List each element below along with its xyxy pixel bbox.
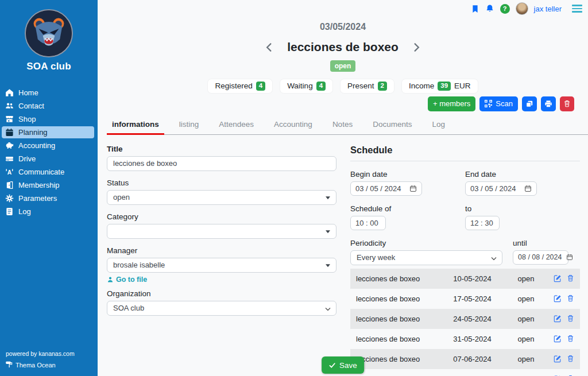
print-button[interactable] [541, 96, 556, 111]
sidebar-item-communicate[interactable]: A Communicate [2, 166, 94, 178]
stat-registered[interactable]: Registered 4 [208, 79, 272, 93]
sidebar-item-accounting[interactable]: Accounting [2, 139, 94, 152]
tab-attendees[interactable]: Attendees [214, 116, 259, 135]
manager-select[interactable]: brosale isabelle [107, 258, 336, 273]
occurrence-status: open [505, 274, 547, 283]
menu-icon[interactable] [572, 5, 582, 13]
stat-income[interactable]: Income 39 EUR [402, 79, 478, 93]
tab-bar: informations listing Attendees Accountin… [107, 116, 588, 135]
chevron-right-icon[interactable] [411, 42, 422, 53]
begin-date-value: 03 / 05 / 2024 [355, 184, 401, 193]
log-icon [5, 207, 14, 216]
theme-name: Thema Ocean [16, 362, 56, 369]
stat-label: Present [347, 82, 374, 90]
stat-waiting[interactable]: Waiting 4 [280, 79, 332, 93]
app-window: SOA club Home Contact Shop Planning Acco… [0, 0, 588, 376]
caret-down-icon [326, 264, 330, 267]
event-date: 03/05/2024 [98, 22, 588, 32]
help-icon[interactable]: ? [500, 4, 510, 14]
calendar-small-icon [524, 185, 532, 192]
category-select[interactable] [107, 224, 336, 239]
occurrence-row: lecciones de boxeo 31-05-2024 open [350, 329, 580, 349]
edit-occurrence-button[interactable] [554, 315, 562, 323]
tab-documents[interactable]: Documents [368, 116, 417, 135]
periodicity-value: Every week [357, 253, 395, 262]
sidebar-nav: Home Contact Shop Planning Accounting Dr… [0, 86, 98, 219]
contacts-icon [5, 102, 14, 110]
delete-event-button[interactable] [560, 96, 574, 111]
club-logo-block: SOA club [0, 0, 98, 72]
occurrence-row: lecciones de boxeo 17-05-2024 open [350, 289, 580, 309]
delete-occurrence-button[interactable] [567, 315, 574, 323]
occurrence-date: 10-05-2024 [439, 274, 505, 283]
avatar[interactable] [516, 2, 528, 15]
stat-suffix: EUR [454, 82, 471, 90]
sidebar-item-log[interactable]: Log [2, 206, 94, 218]
duplicate-button[interactable] [522, 96, 537, 111]
occurrence-title: lecciones de boxeo [356, 294, 439, 303]
sidebar-item-shop[interactable]: Shop [2, 113, 94, 125]
save-button[interactable]: Save [322, 356, 364, 374]
begin-date-input[interactable]: 03 / 05 / 2024 [350, 181, 422, 196]
delete-occurrence-button[interactable] [567, 294, 574, 303]
title-input[interactable]: lecciones de boxeo [107, 156, 336, 171]
event-header: 03/05/2024 lecciones de boxeo open [98, 22, 588, 72]
end-date-input[interactable]: 03 / 05 / 2024 [465, 181, 537, 196]
bookmark-icon[interactable] [471, 5, 479, 13]
tab-log[interactable]: Log [427, 116, 450, 135]
periodicity-select[interactable]: Every week [350, 250, 502, 265]
delete-occurrence-button[interactable] [567, 274, 574, 282]
sidebar-item-contact[interactable]: Contact [2, 100, 94, 112]
sidebar-item-parameters[interactable]: Parameters [2, 192, 94, 204]
delete-occurrence-button[interactable] [567, 335, 574, 343]
time-from-label: Schedule of [350, 204, 391, 213]
occurrence-title: lecciones de boxeo [356, 274, 439, 283]
go-to-file-link[interactable]: Go to file [107, 276, 147, 284]
scan-button[interactable]: Scan [479, 96, 518, 111]
occurrence-status: open [505, 355, 547, 363]
stats-row: Registered 4 Waiting 4 Present 2 Income … [98, 79, 588, 93]
event-title: lecciones de boxeo [287, 40, 399, 54]
time-to-label: to [465, 204, 500, 213]
user-menu[interactable]: jax teller [534, 5, 562, 13]
copy-icon [525, 100, 533, 108]
organization-value: SOA club [113, 304, 144, 312]
theme-link[interactable]: Thema Ocean [6, 361, 92, 369]
sidebar-footer: powered by kananas.com Thema Ocean [0, 350, 98, 376]
edit-occurrence-button[interactable] [554, 294, 562, 303]
edit-occurrence-button[interactable] [554, 355, 562, 363]
delete-occurrence-button[interactable] [567, 355, 574, 363]
until-date-input[interactable]: 08 / 08 / 2024 [513, 250, 568, 265]
edit-occurrence-button[interactable] [554, 274, 562, 282]
sidebar-item-planning[interactable]: Planning [2, 126, 94, 138]
home-icon [5, 88, 14, 97]
stat-present[interactable]: Present 2 [341, 79, 394, 93]
time-to-input[interactable]: 12 : 30 [465, 216, 500, 230]
bell-icon[interactable] [485, 4, 494, 13]
tab-informations[interactable]: informations [107, 116, 164, 135]
communicate-icon: A [5, 168, 14, 176]
category-label: Category [107, 212, 336, 221]
tab-listing[interactable]: listing [174, 116, 204, 135]
occurrence-title: lecciones de boxeo [356, 315, 439, 323]
add-members-button[interactable]: + members [428, 96, 475, 111]
organization-select[interactable]: SOA club [107, 301, 336, 316]
tab-accounting[interactable]: Accounting [269, 116, 318, 135]
save-label: Save [339, 361, 357, 370]
manager-label: Manager [107, 246, 336, 255]
sidebar-item-home[interactable]: Home [2, 87, 94, 99]
calendar-small-icon [566, 254, 573, 261]
chevron-left-icon[interactable] [264, 42, 274, 53]
edit-occurrence-button[interactable] [554, 335, 562, 343]
sidebar-item-label: Planning [18, 128, 48, 137]
stat-badge: 4 [256, 82, 265, 91]
tab-notes[interactable]: Notes [327, 116, 358, 135]
occurrence-date: 31-05-2024 [439, 335, 505, 343]
stat-badge: 4 [316, 82, 326, 91]
sidebar-item-drive[interactable]: Drive [2, 153, 94, 165]
time-from-input[interactable]: 10 : 00 [350, 216, 386, 230]
powered-by-text: powered by kananas.com [6, 350, 92, 357]
status-select[interactable]: open [107, 190, 336, 205]
sidebar-item-membership[interactable]: Membership [2, 179, 94, 191]
organization-label: Organization [107, 289, 336, 298]
